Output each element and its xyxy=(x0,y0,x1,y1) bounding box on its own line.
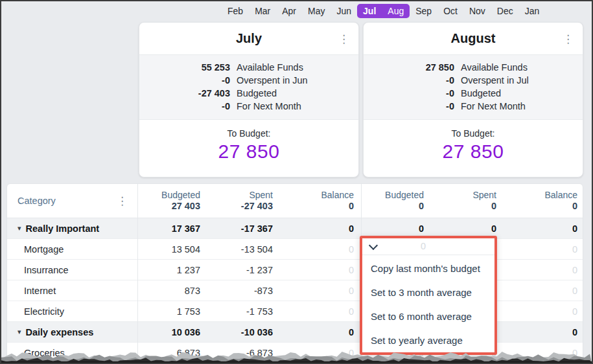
column-header-budgeted[interactable]: Budgeted27 403 xyxy=(135,190,200,212)
kebab-icon[interactable]: ⋮ xyxy=(338,33,349,44)
triangle-down-icon[interactable]: ▾ xyxy=(17,328,21,336)
card-summary-august: 27 850Available Funds-0Overspent in Jul-… xyxy=(364,55,583,120)
kebab-icon[interactable]: ⋮ xyxy=(563,33,574,44)
balance-cell[interactable]: 0 xyxy=(273,286,354,296)
triangle-down-icon[interactable]: ▾ xyxy=(17,224,21,233)
dropdown-item[interactable]: Set to 6 month average xyxy=(362,304,494,328)
column-total: -27 403 xyxy=(200,201,273,212)
summary-value: -0 xyxy=(364,74,454,87)
month-card-july: July ⋮ 55 253Available Funds-0Overspent … xyxy=(139,22,359,177)
dropdown-item[interactable]: Set to 3 month average xyxy=(362,280,494,304)
budgeted-cell[interactable]: 10 036 xyxy=(135,327,200,337)
summary-value: -27 403 xyxy=(139,87,230,100)
month-tab-feb[interactable]: Feb xyxy=(222,4,249,18)
dropdown-item[interactable]: Set to yearly average xyxy=(362,328,494,352)
column-label: Balance xyxy=(496,190,577,201)
month-tab-apr[interactable]: Apr xyxy=(276,4,302,18)
balance-cell[interactable]: 0 xyxy=(496,286,577,296)
category-label: Electricity xyxy=(24,306,64,317)
balance-cell[interactable]: 0 xyxy=(273,244,354,255)
card-summary-july: 55 253Available Funds-0Overspent in Jun-… xyxy=(139,55,358,120)
month-card-august: August ⋮ 27 850Available Funds-0Overspen… xyxy=(363,22,583,177)
budgeted-cell[interactable]: 13 504 xyxy=(135,244,200,255)
column-header-budgeted[interactable]: Budgeted0 xyxy=(359,190,424,212)
spent-cell[interactable]: 0 xyxy=(424,223,496,234)
column-header-balance[interactable]: Balance0 xyxy=(496,190,577,212)
chevron-down-icon[interactable] xyxy=(369,241,378,250)
balance-cell[interactable]: 0 xyxy=(273,306,354,317)
month-cells-jul: 6 873-6 8730 xyxy=(135,348,359,358)
column-header-spent[interactable]: Spent0 xyxy=(424,190,496,212)
spent-cell[interactable]: -17 367 xyxy=(200,223,273,234)
summary-value: 27 850 xyxy=(364,61,454,74)
column-label: Budgeted xyxy=(359,190,424,201)
balance-cell[interactable]: 0 xyxy=(273,327,354,337)
month-tab-aug[interactable]: Aug xyxy=(382,4,410,18)
kebab-icon[interactable]: ⋮ xyxy=(117,196,128,207)
month-tab-sep[interactable]: Sep xyxy=(410,4,437,18)
column-header-balance[interactable]: Balance0 xyxy=(273,190,354,212)
budgeted-cell[interactable]: 17 367 xyxy=(135,223,200,234)
balance-cell[interactable]: 0 xyxy=(496,265,577,275)
budgeted-cell[interactable]: 1 753 xyxy=(135,306,200,317)
balance-cell[interactable]: 0 xyxy=(273,348,354,358)
budgeted-cell[interactable]: 1 237 xyxy=(135,265,200,275)
category-cell[interactable]: Electricity xyxy=(7,306,135,317)
summary-label: Overspent in Jun xyxy=(237,74,308,87)
spent-cell[interactable]: -1 753 xyxy=(200,306,273,317)
card-header: August ⋮ xyxy=(364,23,583,55)
summary-row: -0For Next Month xyxy=(139,100,358,113)
balance-cell[interactable]: 0 xyxy=(496,327,577,337)
category-cell[interactable]: Groceries xyxy=(7,348,135,358)
column-header-spent[interactable]: Spent-27 403 xyxy=(200,190,273,212)
month-tab-jul[interactable]: Jul xyxy=(357,4,382,18)
category-cell[interactable]: Internet xyxy=(7,286,135,296)
summary-label: Budgeted xyxy=(461,87,501,100)
table-header: Category ⋮ Budgeted27 403Spent-27 403Bal… xyxy=(7,184,583,218)
month-tab-mar[interactable]: Mar xyxy=(249,4,276,18)
month-tab-nov[interactable]: Nov xyxy=(463,4,491,18)
column-divider xyxy=(137,184,138,364)
category-cell[interactable]: Insurrance xyxy=(7,265,135,275)
spent-cell[interactable]: -873 xyxy=(200,286,273,296)
column-total: 0 xyxy=(496,201,577,212)
column-label: Spent xyxy=(424,190,496,201)
spent-cell[interactable]: -6 873 xyxy=(200,348,273,358)
card-title-july: July xyxy=(236,31,262,46)
summary-value: -0 xyxy=(364,87,454,100)
to-budget-section: To Budget: 27 850 xyxy=(364,120,583,163)
balance-cell[interactable]: 0 xyxy=(496,348,577,358)
category-header-label[interactable]: Category xyxy=(17,196,56,206)
category-cell[interactable]: Mortgage xyxy=(7,244,135,255)
category-cell[interactable]: ▾Really Important xyxy=(7,223,135,234)
balance-cell[interactable]: 0 xyxy=(496,223,577,234)
month-tab-oct[interactable]: Oct xyxy=(437,4,463,18)
month-cells-jul: 1 237-1 2370 xyxy=(135,265,359,275)
month-tab-may[interactable]: May xyxy=(302,4,331,18)
month-cells-jul: 13 504-13 5040 xyxy=(135,244,359,255)
month-cells-aug: 000 xyxy=(359,223,583,234)
month-tab-dec[interactable]: Dec xyxy=(491,4,519,18)
balance-cell[interactable]: 0 xyxy=(273,265,354,275)
category-label: Internet xyxy=(24,286,56,296)
balance-cell[interactable]: 0 xyxy=(496,244,577,255)
budgeted-cell[interactable]: 6 873 xyxy=(135,348,200,358)
balance-cell[interactable]: 0 xyxy=(496,306,577,317)
month-bar: FebMarAprMayJunJulAugSepOctNovDecJan xyxy=(222,2,545,20)
summary-label: For Next Month xyxy=(461,100,526,113)
spent-cell[interactable]: -10 036 xyxy=(200,327,273,337)
dropdown-trigger[interactable]: 0 xyxy=(362,238,494,255)
spent-cell[interactable]: -1 237 xyxy=(200,265,273,275)
summary-row: -0Overspent in Jul xyxy=(364,74,583,87)
month-tab-jun[interactable]: Jun xyxy=(331,4,358,18)
spent-cell[interactable]: -13 504 xyxy=(200,244,273,255)
category-cell[interactable]: ▾Daily expenses xyxy=(7,327,135,337)
dropdown-item[interactable]: Copy last month's budget xyxy=(362,256,494,280)
budgeted-cell[interactable]: 0 xyxy=(359,223,424,234)
table-row[interactable]: ▾Really Important17 367-17 3670000 xyxy=(7,218,583,238)
budgeted-cell[interactable]: 873 xyxy=(135,286,200,296)
balance-cell[interactable]: 0 xyxy=(273,223,354,234)
month-tab-jan[interactable]: Jan xyxy=(519,4,546,18)
column-total: 0 xyxy=(359,201,424,212)
category-label: Really Important xyxy=(26,223,100,234)
